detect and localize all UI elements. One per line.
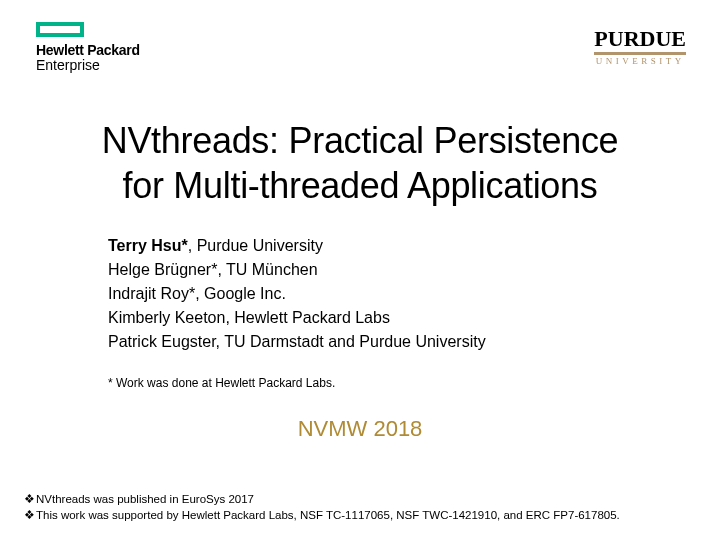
author-5: Patrick Eugster, TU Darmstadt and Purdue… [108,330,486,354]
author-lead-name: Terry Hsu* [108,237,188,254]
footnote-1: ❖NVthreads was published in EuroSys 2017 [24,491,706,508]
purdue-name: PURDUE [594,28,686,50]
hpe-bar-icon [36,22,84,37]
author-3: Indrajit Roy*, Google Inc. [108,282,486,306]
affiliation-note: * Work was done at Hewlett Packard Labs. [108,376,335,390]
bullet-icon: ❖ [24,491,36,508]
author-lead-affil: , Purdue University [188,237,323,254]
purdue-subtitle: UNIVERSITY [594,56,686,66]
footnote-2: ❖This work was supported by Hewlett Pack… [24,507,706,524]
author-list: Terry Hsu*, Purdue University Helge Brüg… [108,234,486,354]
footnotes: ❖NVthreads was published in EuroSys 2017… [24,491,706,524]
hpe-text-line2: Enterprise [36,58,140,73]
hpe-logo: Hewlett Packard Enterprise [36,22,140,74]
author-4: Kimberly Keeton, Hewlett Packard Labs [108,306,486,330]
author-lead: Terry Hsu*, Purdue University [108,234,486,258]
slide-title: NVthreads: Practical Persistence for Mul… [0,118,720,208]
title-line1: NVthreads: Practical Persistence [0,118,720,163]
bullet-icon: ❖ [24,507,36,524]
hpe-text-line1: Hewlett Packard [36,43,140,58]
purdue-rule-icon [594,52,686,55]
purdue-logo: PURDUE UNIVERSITY [594,28,686,66]
title-line2: for Multi-threaded Applications [0,163,720,208]
author-2: Helge Brügner*, TU München [108,258,486,282]
venue-label: NVMW 2018 [0,416,720,442]
